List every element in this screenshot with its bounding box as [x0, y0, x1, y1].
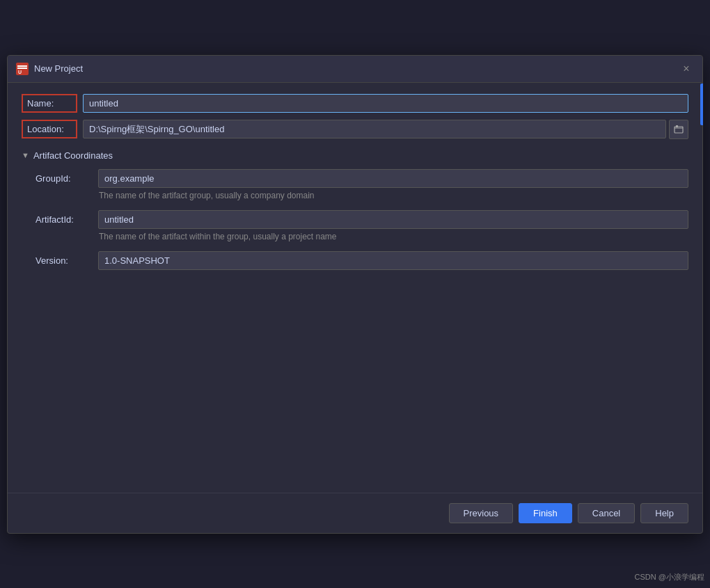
version-row: Version: — [36, 251, 688, 270]
watermark: CSDN @小浪学编程 — [635, 572, 704, 582]
collapse-icon: ▼ — [22, 151, 29, 159]
name-row: Name: — [22, 94, 688, 113]
name-input-wrapper — [83, 94, 688, 113]
dialog-titlebar: U New Project × — [8, 56, 702, 83]
help-button[interactable]: Help — [640, 503, 688, 523]
new-project-dialog: U New Project × Name: Location: — [7, 55, 703, 534]
section-title: Artifact Coordinates — [33, 150, 113, 161]
finish-button[interactable]: Finish — [519, 503, 572, 523]
groupid-hint: The name of the artifact group, usually … — [98, 191, 688, 200]
sidebar-accent — [700, 84, 703, 125]
artifactid-col: The name of the artifact within the grou… — [98, 210, 688, 248]
artifact-section-header[interactable]: ▼ Artifact Coordinates — [22, 150, 688, 161]
dialog-body: Name: Location: ▼ Artifac — [8, 83, 702, 284]
artifact-fields: GroupId: The name of the artifact group,… — [22, 169, 688, 273]
browse-button[interactable] — [669, 120, 688, 139]
svg-rect-4 — [674, 127, 683, 133]
svg-rect-1 — [17, 67, 27, 69]
location-row: Location: — [22, 120, 688, 139]
dialog-title: New Project — [34, 63, 83, 74]
title-left: U New Project — [16, 63, 83, 75]
groupid-row: GroupId: The name of the artifact group,… — [36, 169, 688, 207]
svg-rect-2 — [17, 65, 27, 67]
version-input[interactable] — [98, 251, 688, 270]
groupid-col: The name of the artifact group, usually … — [98, 169, 688, 207]
artifactid-hint: The name of the artifact within the grou… — [98, 232, 688, 241]
svg-text:U: U — [18, 70, 22, 74]
close-button[interactable]: × — [679, 61, 694, 77]
name-label: Name: — [22, 94, 77, 113]
version-col — [98, 251, 688, 270]
previous-button[interactable]: Previous — [449, 503, 514, 523]
artifactid-input[interactable] — [98, 210, 688, 229]
svg-rect-5 — [676, 125, 678, 127]
name-input[interactable] — [83, 94, 688, 113]
dialog-footer: Previous Finish Cancel Help — [8, 493, 702, 533]
cancel-button[interactable]: Cancel — [578, 503, 635, 523]
app-icon: U — [16, 63, 29, 75]
version-label: Version: — [36, 251, 98, 266]
location-input-wrapper — [83, 120, 688, 139]
artifactid-row: ArtifactId: The name of the artifact wit… — [36, 210, 688, 248]
location-input[interactable] — [83, 120, 666, 138]
groupid-input[interactable] — [98, 169, 688, 188]
location-label: Location: — [22, 120, 77, 138]
groupid-label: GroupId: — [36, 169, 98, 184]
artifactid-label: ArtifactId: — [36, 210, 98, 225]
